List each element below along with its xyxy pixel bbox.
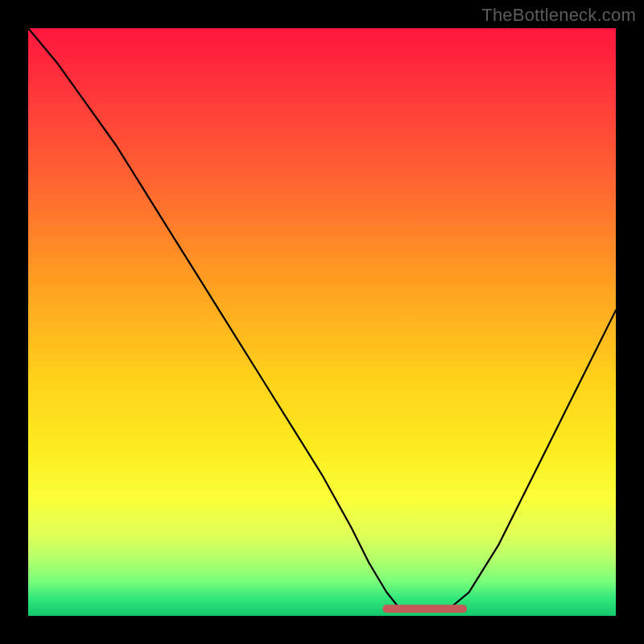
watermark-text: TheBottleneck.com xyxy=(481,5,636,26)
plot-area xyxy=(28,28,616,616)
curve-layer xyxy=(28,28,616,616)
chart-frame: TheBottleneck.com xyxy=(0,0,644,644)
bottleneck-curve xyxy=(28,28,616,611)
